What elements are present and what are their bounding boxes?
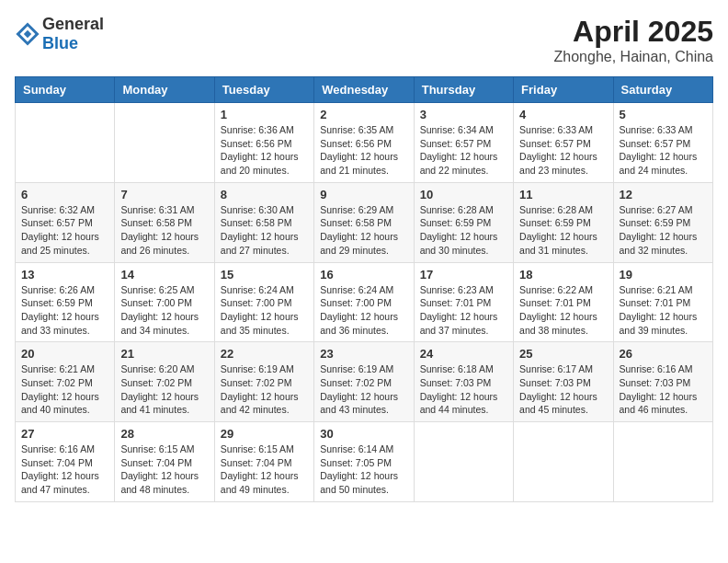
calendar-day-cell: 17Sunrise: 6:23 AMSunset: 7:01 PMDayligh… (414, 262, 513, 342)
day-detail: Sunrise: 6:35 AMSunset: 6:56 PMDaylight:… (320, 123, 407, 178)
calendar-day-cell (613, 422, 712, 502)
title-block: April 2025 Zhonghe, Hainan, China (554, 15, 713, 65)
calendar-day-cell: 12Sunrise: 6:27 AMSunset: 6:59 PMDayligh… (613, 182, 712, 262)
calendar-week-row: 27Sunrise: 6:16 AMSunset: 7:04 PMDayligh… (16, 422, 713, 502)
calendar-day-cell: 1Sunrise: 6:36 AMSunset: 6:56 PMDaylight… (214, 103, 313, 183)
logo-icon (15, 21, 40, 47)
weekday-header: Sunday (16, 77, 115, 103)
day-detail: Sunrise: 6:36 AMSunset: 6:56 PMDaylight:… (221, 123, 308, 178)
logo-blue-text: Blue (42, 34, 78, 52)
day-number: 23 (320, 347, 407, 361)
calendar-subtitle: Zhonghe, Hainan, China (554, 49, 713, 65)
calendar-day-cell: 26Sunrise: 6:16 AMSunset: 7:03 PMDayligh… (613, 342, 712, 422)
calendar-week-row: 6Sunrise: 6:32 AMSunset: 6:57 PMDaylight… (16, 182, 713, 262)
day-number: 8 (221, 188, 308, 201)
calendar-week-row: 1Sunrise: 6:36 AMSunset: 6:56 PMDaylight… (16, 103, 713, 183)
day-number: 16 (320, 268, 407, 282)
day-detail: Sunrise: 6:27 AMSunset: 6:59 PMDaylight:… (620, 203, 707, 258)
day-number: 22 (221, 347, 308, 361)
weekday-header: Wednesday (314, 77, 414, 103)
day-number: 15 (221, 268, 308, 282)
day-detail: Sunrise: 6:19 AMSunset: 7:02 PMDaylight:… (320, 362, 407, 417)
calendar-day-cell: 25Sunrise: 6:17 AMSunset: 7:03 PMDayligh… (514, 342, 613, 422)
weekday-header: Thursday (414, 77, 513, 103)
day-number: 9 (320, 188, 407, 201)
calendar-day-cell: 3Sunrise: 6:34 AMSunset: 6:57 PMDaylight… (414, 103, 513, 183)
calendar-day-cell: 4Sunrise: 6:33 AMSunset: 6:57 PMDaylight… (514, 103, 613, 183)
calendar-day-cell: 6Sunrise: 6:32 AMSunset: 6:57 PMDaylight… (16, 182, 115, 262)
calendar-day-cell: 11Sunrise: 6:28 AMSunset: 6:59 PMDayligh… (514, 182, 613, 262)
calendar-day-cell: 24Sunrise: 6:18 AMSunset: 7:03 PMDayligh… (414, 342, 513, 422)
day-number: 21 (120, 347, 208, 361)
day-number: 3 (420, 108, 507, 121)
day-detail: Sunrise: 6:24 AMSunset: 7:00 PMDaylight:… (320, 283, 407, 338)
calendar-day-cell: 8Sunrise: 6:30 AMSunset: 6:58 PMDaylight… (214, 182, 313, 262)
weekday-header: Friday (514, 77, 613, 103)
logo-general-text: General (42, 15, 104, 33)
calendar-day-cell (16, 103, 115, 183)
calendar-day-cell: 27Sunrise: 6:16 AMSunset: 7:04 PMDayligh… (16, 422, 115, 502)
day-number: 17 (420, 268, 507, 282)
calendar-day-cell: 19Sunrise: 6:21 AMSunset: 7:01 PMDayligh… (613, 262, 712, 342)
day-detail: Sunrise: 6:33 AMSunset: 6:57 PMDaylight:… (620, 123, 707, 178)
calendar-day-cell: 14Sunrise: 6:25 AMSunset: 7:00 PMDayligh… (115, 262, 214, 342)
day-detail: Sunrise: 6:15 AMSunset: 7:04 PMDaylight:… (120, 442, 208, 497)
day-detail: Sunrise: 6:14 AMSunset: 7:05 PMDaylight:… (320, 442, 407, 497)
day-detail: Sunrise: 6:18 AMSunset: 7:03 PMDaylight:… (420, 362, 507, 417)
day-number: 18 (519, 268, 607, 282)
calendar-day-cell: 29Sunrise: 6:15 AMSunset: 7:04 PMDayligh… (214, 422, 313, 502)
day-number: 30 (320, 427, 407, 441)
day-detail: Sunrise: 6:25 AMSunset: 7:00 PMDaylight:… (120, 283, 208, 338)
day-detail: Sunrise: 6:16 AMSunset: 7:04 PMDaylight:… (21, 442, 108, 497)
day-detail: Sunrise: 6:28 AMSunset: 6:59 PMDaylight:… (420, 203, 507, 258)
weekday-header: Tuesday (214, 77, 313, 103)
calendar-day-cell: 9Sunrise: 6:29 AMSunset: 6:58 PMDaylight… (314, 182, 414, 262)
calendar-day-cell: 18Sunrise: 6:22 AMSunset: 7:01 PMDayligh… (514, 262, 613, 342)
day-number: 25 (519, 347, 607, 361)
day-detail: Sunrise: 6:21 AMSunset: 7:02 PMDaylight:… (21, 362, 108, 417)
day-detail: Sunrise: 6:34 AMSunset: 6:57 PMDaylight:… (420, 123, 507, 178)
calendar-week-row: 20Sunrise: 6:21 AMSunset: 7:02 PMDayligh… (16, 342, 713, 422)
day-number: 26 (620, 347, 707, 361)
day-detail: Sunrise: 6:16 AMSunset: 7:03 PMDaylight:… (620, 362, 707, 417)
day-detail: Sunrise: 6:21 AMSunset: 7:01 PMDaylight:… (620, 283, 707, 338)
calendar-header-row: SundayMondayTuesdayWednesdayThursdayFrid… (16, 77, 713, 103)
day-number: 10 (420, 188, 507, 201)
day-detail: Sunrise: 6:31 AMSunset: 6:58 PMDaylight:… (120, 203, 208, 258)
day-number: 24 (420, 347, 507, 361)
day-number: 5 (620, 108, 707, 121)
day-detail: Sunrise: 6:30 AMSunset: 6:58 PMDaylight:… (221, 203, 308, 258)
calendar-day-cell: 23Sunrise: 6:19 AMSunset: 7:02 PMDayligh… (314, 342, 414, 422)
weekday-header: Monday (115, 77, 214, 103)
day-number: 28 (120, 427, 208, 441)
day-number: 29 (221, 427, 308, 441)
day-detail: Sunrise: 6:33 AMSunset: 6:57 PMDaylight:… (519, 123, 607, 178)
day-detail: Sunrise: 6:15 AMSunset: 7:04 PMDaylight:… (221, 442, 308, 497)
calendar-day-cell: 28Sunrise: 6:15 AMSunset: 7:04 PMDayligh… (115, 422, 214, 502)
page-header: General Blue April 2025 Zhonghe, Hainan,… (15, 15, 713, 65)
calendar-day-cell: 20Sunrise: 6:21 AMSunset: 7:02 PMDayligh… (16, 342, 115, 422)
calendar-day-cell: 30Sunrise: 6:14 AMSunset: 7:05 PMDayligh… (314, 422, 414, 502)
calendar-day-cell (414, 422, 513, 502)
calendar-title: April 2025 (554, 15, 713, 49)
calendar-day-cell (514, 422, 613, 502)
calendar-day-cell: 7Sunrise: 6:31 AMSunset: 6:58 PMDaylight… (115, 182, 214, 262)
calendar-day-cell: 10Sunrise: 6:28 AMSunset: 6:59 PMDayligh… (414, 182, 513, 262)
day-number: 4 (519, 108, 607, 121)
calendar-day-cell: 5Sunrise: 6:33 AMSunset: 6:57 PMDaylight… (613, 103, 712, 183)
day-detail: Sunrise: 6:19 AMSunset: 7:02 PMDaylight:… (221, 362, 308, 417)
day-detail: Sunrise: 6:29 AMSunset: 6:58 PMDaylight:… (320, 203, 407, 258)
day-detail: Sunrise: 6:24 AMSunset: 7:00 PMDaylight:… (221, 283, 308, 338)
day-number: 6 (21, 188, 108, 201)
day-number: 13 (21, 268, 108, 282)
calendar-day-cell: 16Sunrise: 6:24 AMSunset: 7:00 PMDayligh… (314, 262, 414, 342)
day-detail: Sunrise: 6:20 AMSunset: 7:02 PMDaylight:… (120, 362, 208, 417)
day-detail: Sunrise: 6:23 AMSunset: 7:01 PMDaylight:… (420, 283, 507, 338)
day-detail: Sunrise: 6:28 AMSunset: 6:59 PMDaylight:… (519, 203, 607, 258)
day-number: 12 (620, 188, 707, 201)
calendar-day-cell: 15Sunrise: 6:24 AMSunset: 7:00 PMDayligh… (214, 262, 313, 342)
logo: General Blue (15, 15, 104, 53)
day-detail: Sunrise: 6:32 AMSunset: 6:57 PMDaylight:… (21, 203, 108, 258)
day-number: 1 (221, 108, 308, 121)
weekday-header: Saturday (613, 77, 712, 103)
